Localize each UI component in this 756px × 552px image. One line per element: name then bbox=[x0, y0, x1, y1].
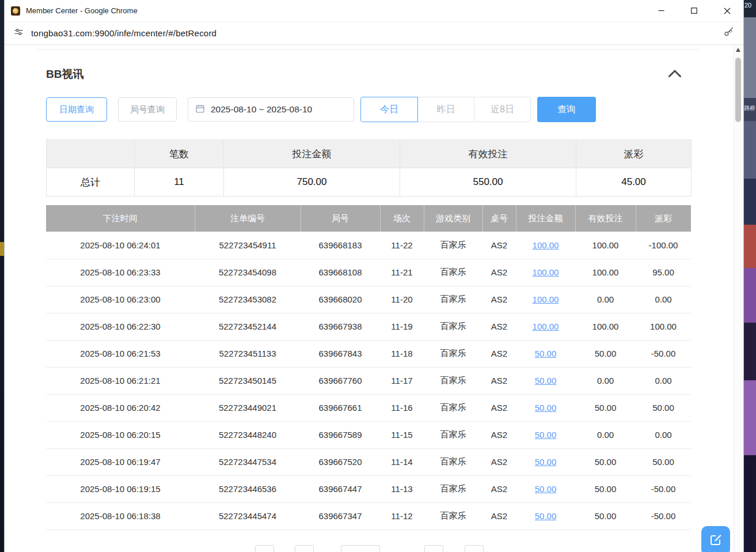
pagination-button[interactable] bbox=[295, 545, 314, 552]
search-button[interactable]: 查询 bbox=[537, 97, 596, 122]
scrollbar-thumb[interactable] bbox=[735, 58, 741, 122]
bet-amount-link[interactable]: 50.00 bbox=[535, 349, 557, 358]
bet-amount-link[interactable]: 100.00 bbox=[533, 267, 559, 277]
game-type: 百家乐 bbox=[424, 394, 483, 421]
scroll-up-arrow-icon[interactable] bbox=[736, 48, 740, 52]
table-no: AS2 bbox=[483, 286, 516, 313]
round-no: 639667447 bbox=[301, 475, 380, 502]
bet-time: 2025-08-10 06:21:21 bbox=[46, 367, 195, 394]
feedback-compose-button[interactable] bbox=[701, 526, 730, 552]
window-title: Member Center - Google Chrome bbox=[26, 6, 138, 15]
date-range-input[interactable]: 2025-08-10 ~ 2025-08-10 bbox=[188, 97, 354, 122]
bet-id: 522723451133 bbox=[195, 340, 301, 367]
round-no: 639667520 bbox=[301, 448, 380, 475]
pagination-button[interactable] bbox=[424, 545, 443, 552]
round-no: 639667661 bbox=[301, 394, 380, 421]
round-no: 639668020 bbox=[301, 286, 380, 313]
bet-amount-link[interactable]: 100.00 bbox=[533, 294, 559, 304]
table-no: AS2 bbox=[483, 475, 516, 502]
bet-amount-link[interactable]: 50.00 bbox=[535, 457, 557, 467]
close-button[interactable] bbox=[711, 0, 743, 21]
bet-time: 2025-08-10 06:23:33 bbox=[46, 259, 195, 286]
divider bbox=[37, 49, 700, 50]
game-type: 百家乐 bbox=[424, 367, 483, 394]
game-type: 百家乐 bbox=[424, 259, 483, 286]
maximize-button[interactable] bbox=[678, 0, 711, 21]
bet-id: 522723447534 bbox=[195, 448, 301, 475]
pagination-button[interactable] bbox=[255, 545, 274, 552]
pagination bbox=[46, 545, 691, 552]
window-titlebar: Member Center - Google Chrome bbox=[5, 0, 743, 22]
payout-value: 50.00 bbox=[636, 448, 691, 475]
table-row: 2025-08-10 06:23:00 522723453082 6396680… bbox=[46, 286, 691, 313]
summary-bet-amount: 750.00 bbox=[224, 168, 400, 196]
minimize-button[interactable] bbox=[645, 0, 678, 21]
col-bet-id: 注单编号 bbox=[195, 205, 301, 232]
table-row: 2025-08-10 06:21:53 522723451133 6396678… bbox=[46, 340, 691, 367]
round-no: 639667938 bbox=[301, 313, 380, 340]
page-content: BB视讯 日期查询 局号查询 2025-08-10 ~ 2025-08- bbox=[5, 45, 743, 552]
round-no: 639668108 bbox=[301, 259, 380, 286]
desktop-clock-fragment: 20 bbox=[744, 2, 751, 9]
bet-amount-link[interactable]: 50.00 bbox=[535, 511, 557, 521]
game-type: 百家乐 bbox=[424, 502, 483, 530]
valid-bet: 0.00 bbox=[575, 286, 636, 313]
round-no: 639668183 bbox=[301, 232, 380, 259]
summary-row-label: 总计 bbox=[47, 168, 135, 196]
pagination-page-select[interactable] bbox=[341, 545, 380, 552]
bet-time: 2025-08-10 06:19:47 bbox=[46, 448, 195, 475]
password-key-icon[interactable] bbox=[723, 27, 734, 40]
session: 11-13 bbox=[380, 475, 424, 502]
summary-header-empty bbox=[47, 140, 135, 168]
payout-value: 100.00 bbox=[636, 313, 691, 340]
col-bet-amount: 投注金额 bbox=[516, 205, 575, 232]
quick-filter-last8days[interactable]: 近8日 bbox=[474, 97, 531, 122]
quick-filter-yesterday[interactable]: 昨日 bbox=[417, 97, 474, 122]
date-query-tab[interactable]: 日期查询 bbox=[46, 97, 107, 122]
summary-table: 笔数 投注金额 有效投注 派彩 总计 11 750.00 550.00 45.0… bbox=[46, 139, 692, 196]
bet-amount-link[interactable]: 50.00 bbox=[535, 430, 557, 440]
quick-filter-group: 今日 昨日 近8日 bbox=[360, 97, 531, 122]
table-row: 2025-08-10 06:21:21 522723450145 6396677… bbox=[46, 367, 691, 394]
bet-id: 522723445474 bbox=[195, 502, 301, 530]
url-text[interactable]: tongbao31.com:9900/infe/mcenter/#/betRec… bbox=[31, 28, 216, 38]
address-bar[interactable]: tongbao31.com:9900/infe/mcenter/#/betRec… bbox=[5, 22, 743, 45]
site-info-icon[interactable] bbox=[14, 27, 24, 39]
bet-id: 522723450145 bbox=[195, 367, 301, 394]
browser-window: Member Center - Google Chrome tongbao31.… bbox=[5, 0, 743, 552]
summary-header-valid-bet: 有效投注 bbox=[400, 140, 576, 168]
bet-amount-link[interactable]: 100.00 bbox=[533, 322, 559, 331]
payout-value: -100.00 bbox=[636, 232, 691, 259]
table-no: AS2 bbox=[483, 232, 516, 259]
bet-time: 2025-08-10 06:20:42 bbox=[46, 394, 195, 421]
bet-amount-link[interactable]: 100.00 bbox=[533, 240, 559, 250]
bet-id: 522723452144 bbox=[195, 313, 301, 340]
bet-id: 522723449021 bbox=[195, 394, 301, 421]
session: 11-16 bbox=[380, 394, 424, 421]
table-no: AS2 bbox=[483, 313, 516, 340]
table-no: AS2 bbox=[483, 367, 516, 394]
pagination-button[interactable] bbox=[465, 545, 484, 552]
payout-value: 0.00 bbox=[636, 286, 691, 313]
desktop-background-right: 20 路桥 bbox=[743, 0, 756, 552]
bet-amount-link[interactable]: 50.00 bbox=[535, 403, 557, 413]
bet-time: 2025-08-10 06:20:15 bbox=[46, 421, 195, 448]
table-row: 2025-08-10 06:22:30 522723452144 6396679… bbox=[46, 313, 691, 340]
payout-value: 95.00 bbox=[636, 259, 691, 286]
round-no: 639667843 bbox=[301, 340, 380, 367]
page-title: BB视讯 bbox=[46, 67, 83, 82]
bet-amount-link[interactable]: 50.00 bbox=[535, 376, 557, 385]
table-no: AS2 bbox=[483, 340, 516, 367]
quick-filter-today[interactable]: 今日 bbox=[360, 97, 418, 122]
col-session: 场次 bbox=[380, 205, 424, 232]
payout-value: 0.00 bbox=[636, 421, 691, 448]
round-query-tab[interactable]: 局号查询 bbox=[118, 97, 177, 122]
page-scrollbar[interactable] bbox=[734, 45, 742, 552]
valid-bet: 50.00 bbox=[575, 502, 636, 530]
collapse-chevron-up-icon[interactable] bbox=[668, 69, 682, 80]
summary-valid-bet: 550.00 bbox=[400, 168, 576, 196]
col-table-no: 桌号 bbox=[483, 205, 516, 232]
bet-amount-link[interactable]: 50.00 bbox=[535, 484, 557, 494]
date-range-value: 2025-08-10 ~ 2025-08-10 bbox=[211, 104, 312, 115]
game-type: 百家乐 bbox=[424, 475, 483, 502]
